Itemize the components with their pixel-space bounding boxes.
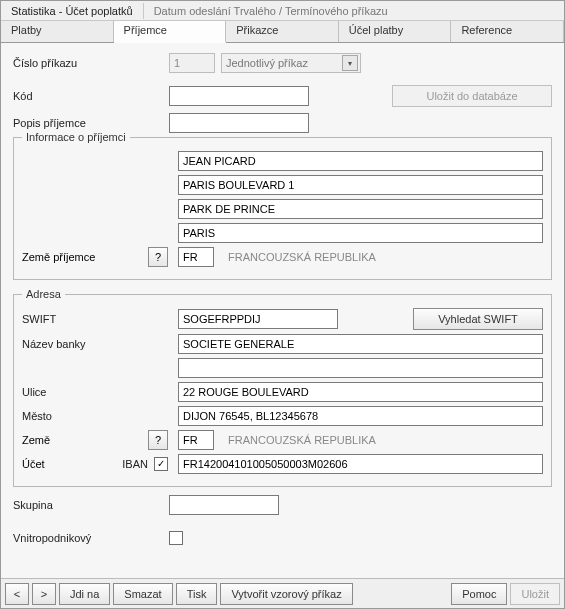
street-label: Ulice bbox=[22, 386, 172, 398]
create-template-button[interactable]: Vytvořit vzorový příkaz bbox=[220, 583, 352, 605]
internal-row: Vnitropodnikový bbox=[13, 531, 552, 545]
swift-input[interactable] bbox=[178, 309, 338, 329]
recipient-addr2-input[interactable] bbox=[178, 199, 543, 219]
swift-label: SWIFT bbox=[22, 313, 172, 325]
order-type-select[interactable]: Jednotlivý příkaz ▾ bbox=[221, 53, 361, 73]
tab-recipient[interactable]: Příjemce bbox=[114, 21, 227, 43]
recipient-country-label-wrap: Země příjemce ? bbox=[22, 247, 172, 267]
tab-orderer[interactable]: Přikazce bbox=[226, 21, 339, 42]
next-button[interactable]: > bbox=[32, 583, 56, 605]
order-row: Číslo příkazu 1 Jednotlivý příkaz ▾ bbox=[13, 53, 552, 73]
send-date-label: Datum odeslání Trvalého / Termínového př… bbox=[144, 5, 398, 17]
address-country-code-input[interactable] bbox=[178, 430, 214, 450]
bank-name-input[interactable] bbox=[178, 334, 543, 354]
address-country-label-wrap: Země ? bbox=[22, 430, 172, 450]
tab-payments[interactable]: Platby bbox=[1, 21, 114, 42]
recipient-desc-row: Popis příjemce bbox=[13, 113, 552, 133]
print-button[interactable]: Tisk bbox=[176, 583, 218, 605]
city-label: Město bbox=[22, 410, 172, 422]
bank-name2-input[interactable] bbox=[178, 358, 543, 378]
account-label: Účet bbox=[22, 458, 45, 470]
save-to-db-button[interactable]: Uložit do databáze bbox=[392, 85, 552, 107]
statistics-label: Statistika - Účet poplatků bbox=[1, 5, 143, 17]
prev-button[interactable]: < bbox=[5, 583, 29, 605]
order-number-field: 1 bbox=[169, 53, 215, 73]
code-input[interactable] bbox=[169, 86, 309, 106]
recipient-desc-label: Popis příjemce bbox=[13, 117, 163, 129]
recipient-name-input[interactable] bbox=[178, 151, 543, 171]
account-label-wrap: Účet IBAN ✓ bbox=[22, 457, 172, 471]
delete-button[interactable]: Smazat bbox=[113, 583, 172, 605]
recipient-country-help-button[interactable]: ? bbox=[148, 247, 168, 267]
account-input[interactable] bbox=[178, 454, 543, 474]
recipient-addr1-input[interactable] bbox=[178, 175, 543, 195]
city-input[interactable] bbox=[178, 406, 543, 426]
recipient-desc-input[interactable] bbox=[169, 113, 309, 133]
address-country-label: Země bbox=[22, 434, 50, 446]
group-input[interactable] bbox=[169, 495, 279, 515]
recipient-info-fieldset: Informace o příjemci bbox=[13, 131, 552, 280]
group-row: Skupina bbox=[13, 495, 552, 515]
internal-checkbox[interactable] bbox=[169, 531, 183, 545]
iban-checkbox[interactable]: ✓ bbox=[154, 457, 168, 471]
bottom-bar: < > Jdi na Smazat Tisk Vytvořit vzorový … bbox=[1, 578, 564, 608]
save-button[interactable]: Uložit bbox=[510, 583, 560, 605]
content-area: Číslo příkazu 1 Jednotlivý příkaz ▾ Kód … bbox=[1, 43, 564, 578]
tab-purpose[interactable]: Účel platby bbox=[339, 21, 452, 42]
recipient-country-label: Země příjemce bbox=[22, 251, 95, 263]
topbar: Statistika - Účet poplatků Datum odeslán… bbox=[1, 1, 564, 21]
code-row: Kód Uložit do databáze bbox=[13, 85, 552, 107]
street-input[interactable] bbox=[178, 382, 543, 402]
chevron-down-icon: ▾ bbox=[342, 55, 358, 71]
recipient-country-name: FRANCOUZSKÁ REPUBLIKA bbox=[220, 251, 543, 263]
goto-button[interactable]: Jdi na bbox=[59, 583, 110, 605]
help-button[interactable]: Pomoc bbox=[451, 583, 507, 605]
bank-name-label: Název banky bbox=[22, 338, 172, 350]
recipient-country-code-input[interactable] bbox=[178, 247, 214, 267]
recipient-city-input[interactable] bbox=[178, 223, 543, 243]
recipient-info-legend: Informace o příjemci bbox=[22, 131, 130, 143]
group-label: Skupina bbox=[13, 499, 163, 511]
swift-lookup-button[interactable]: Vyhledat SWIFT bbox=[413, 308, 543, 330]
address-country-name: FRANCOUZSKÁ REPUBLIKA bbox=[220, 434, 543, 446]
app-window: Statistika - Účet poplatků Datum odeslán… bbox=[0, 0, 565, 609]
address-legend: Adresa bbox=[22, 288, 65, 300]
address-fieldset: Adresa SWIFT Vyhledat SWIFT Název banky bbox=[13, 288, 552, 487]
internal-label: Vnitropodnikový bbox=[13, 532, 163, 544]
iban-label: IBAN bbox=[122, 458, 148, 470]
address-country-help-button[interactable]: ? bbox=[148, 430, 168, 450]
order-number-label: Číslo příkazu bbox=[13, 57, 163, 69]
tab-bar: Platby Příjemce Přikazce Účel platby Ref… bbox=[1, 21, 564, 43]
order-type-value: Jednotlivý příkaz bbox=[226, 57, 308, 69]
code-label: Kód bbox=[13, 90, 163, 102]
tab-reference[interactable]: Reference bbox=[451, 21, 564, 42]
